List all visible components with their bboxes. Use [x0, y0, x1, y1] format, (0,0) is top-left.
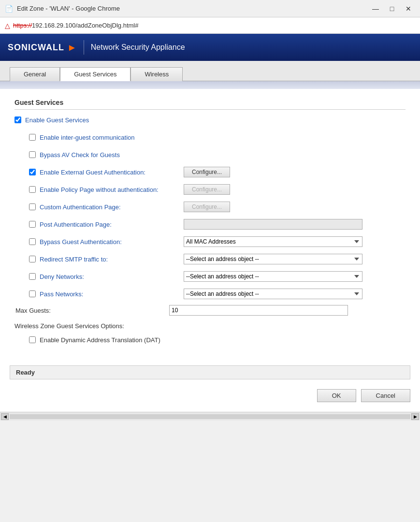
address-bar: △ https://192.168.29.100/addZoneObjDlg.h… — [0, 17, 420, 34]
enable-guest-services-label: Enable Guest Services — [25, 116, 89, 124]
minimize-button[interactable]: — — [369, 4, 382, 14]
ok-button[interactable]: OK — [317, 389, 356, 402]
post-auth-checkbox[interactable] — [29, 221, 36, 228]
wireless-section-title: Wireless Zone Guest Services Options: — [14, 322, 406, 330]
max-guests-input[interactable]: 10 — [169, 305, 348, 316]
form-area: Guest Services Enable Guest Services Ena… — [0, 89, 420, 361]
post-auth-input[interactable] — [184, 219, 362, 230]
header-divider — [84, 40, 84, 55]
deny-networks-select[interactable]: --Select an address object -- — [184, 271, 362, 282]
bypass-av-row: Bypass AV Check for Guests — [14, 148, 406, 161]
section-title: Guest Services — [14, 99, 406, 110]
maximize-button[interactable]: □ — [385, 4, 399, 14]
enable-dat-label: Enable Dynamic Address Translation (DAT) — [40, 336, 160, 344]
app-header: SONICWALL ► Network Security Appliance — [0, 34, 420, 61]
redirect-smtp-label: Redirect SMTP traffic to: — [40, 256, 108, 263]
main-content: General Guest Services Wireless Guest Se… — [0, 61, 420, 412]
bypass-guest-auth-label: Bypass Guest Authentication: — [40, 238, 122, 246]
policy-page-configure-button[interactable]: Configure... — [184, 184, 230, 195]
bypass-guest-auth-row: Bypass Guest Authentication: All MAC Add… — [14, 235, 406, 248]
scroll-right-button[interactable]: ▶ — [411, 413, 419, 420]
enable-dat-row: Enable Dynamic Address Translation (DAT) — [14, 334, 406, 346]
redirect-smtp-select[interactable]: --Select an address object -- — [184, 254, 362, 264]
custom-auth-row: Custom Authentication Page: Configure... — [14, 201, 406, 213]
address-text: https://192.168.29.100/addZoneObjDlg.htm… — [13, 22, 138, 29]
status-bar: Ready — [10, 365, 410, 379]
pass-networks-checkbox[interactable] — [29, 290, 36, 297]
window-title: Edit Zone - 'WLAN' - Google Chrome — [17, 5, 120, 12]
tab-wireless[interactable]: Wireless — [130, 67, 183, 81]
policy-page-label: Enable Policy Page without authenticatio… — [40, 186, 159, 193]
inter-guest-label: Enable inter-guest communication — [40, 134, 135, 141]
cancel-button[interactable]: Cancel — [361, 389, 410, 402]
browser-icon: 📄 — [5, 5, 13, 13]
pass-networks-row: Pass Networks: --Select an address objec… — [14, 288, 406, 300]
bypass-av-checkbox[interactable] — [29, 151, 36, 158]
redirect-smtp-row: Redirect SMTP traffic to: --Select an ad… — [14, 253, 406, 265]
max-guests-label: Max Guests: — [14, 307, 51, 314]
redirect-smtp-checkbox[interactable] — [29, 256, 36, 262]
post-auth-label: Post Authentication Page: — [40, 221, 112, 228]
wireless-section: Wireless Zone Guest Services Options: En… — [14, 322, 406, 346]
policy-page-row: Enable Policy Page without authenticatio… — [14, 183, 406, 196]
pass-networks-select[interactable]: --Select an address object -- — [184, 289, 362, 299]
custom-auth-configure-button[interactable]: Configure... — [184, 202, 230, 212]
max-guests-row: Max Guests: 10 — [14, 305, 406, 316]
progress-bar — [0, 81, 420, 89]
tabs-container: General Guest Services Wireless — [0, 61, 420, 81]
custom-auth-checkbox[interactable] — [29, 203, 36, 210]
post-auth-row: Post Authentication Page: — [14, 218, 406, 231]
pass-networks-label: Pass Networks: — [40, 290, 83, 298]
inter-guest-row: Enable inter-guest communication — [14, 131, 406, 144]
scroll-left-button[interactable]: ◀ — [1, 413, 9, 420]
button-row: OK Cancel — [0, 384, 420, 412]
external-auth-checkbox[interactable] — [29, 169, 36, 175]
deny-networks-row: Deny Networks: --Select an address objec… — [14, 270, 406, 283]
close-button[interactable]: ✕ — [402, 4, 415, 14]
enable-guest-services-checkbox[interactable] — [14, 116, 21, 123]
external-auth-label: Enable External Guest Authentication: — [40, 169, 145, 176]
deny-networks-label: Deny Networks: — [40, 273, 84, 280]
bypass-av-label: Bypass AV Check for Guests — [40, 151, 120, 159]
status-text: Ready — [16, 369, 35, 376]
sonicwall-logo: SONICWALL ► — [8, 42, 77, 53]
bypass-guest-auth-checkbox[interactable] — [29, 238, 36, 245]
horizontal-scrollbar[interactable]: ◀ ▶ — [0, 412, 420, 420]
enable-dat-checkbox[interactable] — [29, 336, 36, 343]
policy-page-checkbox[interactable] — [29, 186, 36, 193]
logo-arrow-icon: ► — [67, 42, 77, 53]
title-bar: 📄 Edit Zone - 'WLAN' - Google Chrome — □… — [0, 0, 420, 17]
warning-icon: △ — [5, 22, 10, 29]
tab-guest-services[interactable]: Guest Services — [60, 67, 130, 81]
tab-general[interactable]: General — [10, 67, 60, 81]
external-auth-configure-button[interactable]: Configure... — [184, 167, 230, 177]
enable-guest-services-row: Enable Guest Services — [14, 114, 406, 126]
deny-networks-checkbox[interactable] — [29, 273, 36, 280]
bypass-guest-auth-select[interactable]: All MAC Addresses — [184, 236, 362, 247]
app-title: Network Security Appliance — [91, 43, 185, 52]
external-auth-row: Enable External Guest Authentication: Co… — [14, 166, 406, 178]
inter-guest-checkbox[interactable] — [29, 134, 36, 141]
brand-name: SONICWALL — [8, 43, 64, 53]
custom-auth-label: Custom Authentication Page: — [40, 203, 121, 211]
scroll-track[interactable] — [10, 414, 410, 419]
